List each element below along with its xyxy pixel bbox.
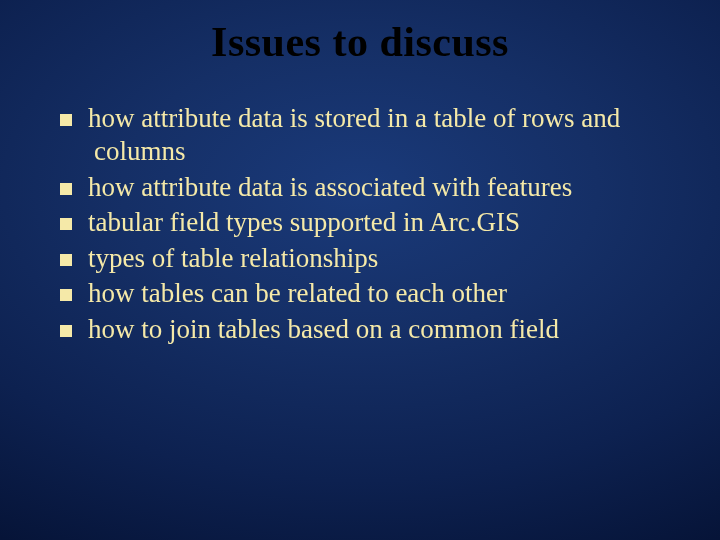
list-item: how attribute data is stored in a table … <box>60 102 678 169</box>
square-bullet-icon <box>60 289 72 301</box>
list-item: how attribute data is associated with fe… <box>60 171 678 204</box>
list-item: types of table relationships <box>60 242 678 275</box>
bullet-list: how attribute data is stored in a table … <box>0 102 720 346</box>
list-item: tabular field types supported in Arc.GIS <box>60 206 678 239</box>
slide: Issues to discuss how attribute data is … <box>0 0 720 540</box>
square-bullet-icon <box>60 183 72 195</box>
square-bullet-icon <box>60 254 72 266</box>
bullet-text: types of table relationships <box>88 243 378 273</box>
square-bullet-icon <box>60 114 72 126</box>
bullet-text: how attribute data is stored in a table … <box>88 103 620 166</box>
bullet-text: how tables can be related to each other <box>88 278 507 308</box>
list-item: how tables can be related to each other <box>60 277 678 310</box>
list-item: how to join tables based on a common fie… <box>60 313 678 346</box>
bullet-text: how attribute data is associated with fe… <box>88 172 572 202</box>
bullet-text: how to join tables based on a common fie… <box>88 314 559 344</box>
slide-title: Issues to discuss <box>0 18 720 66</box>
square-bullet-icon <box>60 325 72 337</box>
bullet-text: tabular field types supported in Arc.GIS <box>88 207 520 237</box>
square-bullet-icon <box>60 218 72 230</box>
